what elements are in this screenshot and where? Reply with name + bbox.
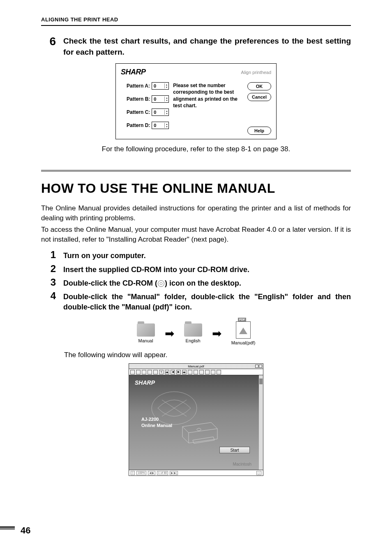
folder-label-manual: Manual [138,338,153,343]
status-box: 100% [136,471,146,475]
status-box: 1 of 80 [157,471,168,475]
pattern-d-value: 0 [154,123,156,128]
following-window-text: The following window will appear. [64,351,351,359]
reference-text: For the following procedure, refer to th… [41,145,351,153]
toolbar-icon[interactable]: ◀ [171,370,175,374]
step-number: 4 [41,291,63,301]
stepper-icon[interactable]: ▲▼ [164,83,168,88]
pattern-b-value: 0 [154,97,156,102]
pattern-a-input[interactable]: 0 ▲▼ [152,82,169,90]
toolbar-icon[interactable] [142,370,146,374]
toolbar-icon[interactable] [217,370,221,374]
section-header: ALIGNING THE PRINT HEAD [41,16,351,26]
pattern-d-input[interactable]: 0 ▲▼ [152,122,169,129]
step-6-row: 6 Check the test chart results, and chan… [41,36,351,58]
pattern-c-input[interactable]: 0 ▲▼ [152,108,169,116]
pdf-titlebar: Manual.pdf [129,364,263,369]
folder-label-english: English [186,338,201,343]
help-button[interactable]: Help [247,127,271,135]
toolbar-icon[interactable] [205,370,210,374]
step-text: Turn on your computer. [63,250,351,261]
stepper-icon[interactable]: ▲▼ [164,110,168,115]
start-button[interactable]: Start [219,447,250,453]
pattern-c-label: Pattern C: [127,109,150,115]
pattern-a-value: 0 [154,83,156,88]
step-number: 6 [41,36,63,58]
arrow-right-icon: ➡ [212,327,221,340]
window-controls[interactable] [255,365,262,368]
svg-point-1 [197,428,201,431]
pattern-d-label: Pattern D: [127,122,150,128]
pdf-model-text: AJ-2200 Online Manual [141,416,172,428]
toolbar-icon[interactable]: ⏮ [165,370,169,374]
stepper-icon[interactable]: ▲▼ [164,97,168,102]
body-paragraph-2: To access the Online Manual, your comput… [41,225,351,245]
status-box[interactable]: ▶ ▶| [170,471,178,475]
section-title: HOW TO USE THE ONLINE MANUAL [41,181,351,196]
pattern-b-label: Pattern B: [127,96,150,102]
pdf-reader-window: Manual.pdf T ⏮ ◀ ▶ ⏭ [129,363,263,476]
pdf-sharp-logo: SHARP [135,379,155,386]
scrollbar-thumb[interactable] [259,379,263,384]
step-3-row: 3 Double-click the CD-ROM () icon on the… [41,277,351,289]
status-spacer [180,471,255,475]
page-number: 46 [21,525,30,536]
pdf-content-area: SHARP AJ-2200 Online Manual Start Macint… [129,375,263,470]
body-paragraph-1: The Online Manual provides detailed inst… [41,203,351,223]
toolbar-icon[interactable] [194,370,198,374]
toolbar-icon[interactable] [188,370,192,374]
toolbar-icon[interactable]: T [159,370,164,374]
step-number: 2 [41,264,63,274]
pdf-statusbar: ▯ 100% ◀ ▶ 1 of 80 ▶ ▶| ◻ [129,470,263,476]
step-number: 3 [41,277,63,287]
step-2-row: 2 Insert the supplied CD-ROM into your C… [41,264,351,275]
step-text: Check the test chart results, and change… [63,36,351,58]
toolbar-icon[interactable] [130,370,135,374]
macintosh-label: Macintosh [233,462,251,466]
step-text: Double-click the CD-ROM () icon on the d… [63,277,351,289]
pattern-c-value: 0 [154,110,156,115]
pdf-toolbar: T ⏮ ◀ ▶ ⏭ [129,369,263,375]
folder-label-manual-pdf: Manual(pdf) [231,340,256,345]
step-text: Double-click the "Manual" folder, double… [63,291,351,312]
step-4-row: 4 Double-click the "Manual" folder, doub… [41,291,351,312]
folder-icon [137,323,155,337]
toolbar-icon[interactable] [211,370,215,374]
stepper-icon[interactable]: ▲▼ [164,123,168,128]
step-text: Insert the supplied CD-ROM into your CD-… [63,264,351,275]
status-box[interactable]: ◀ ▶ [148,471,155,475]
folder-flow: Manual ➡ English ➡ Manual(pdf) [41,321,351,345]
cd-rom-icon [158,280,164,287]
dialog-title: Align printhead [241,70,271,75]
arrow-right-icon: ➡ [165,327,174,340]
toolbar-icon[interactable]: ▶ [176,370,181,374]
status-box[interactable]: ◻ [256,471,261,475]
step-number: 1 [41,250,63,260]
cancel-button[interactable]: Cancel [247,93,271,101]
toolbar-icon[interactable] [153,370,158,374]
step-1-row: 1 Turn on your computer. [41,250,351,261]
page-edge-marker [0,526,15,528]
dialog-instruction: Please set the number corresponding to t… [171,82,242,135]
align-printhead-dialog: SHARP Align printhead Pattern A: 0 ▲▼ Pa… [115,63,277,139]
status-box[interactable]: ▯ [131,471,135,475]
sharp-logo: SHARP [121,68,146,76]
ok-button[interactable]: OK [247,82,271,90]
pdf-file-icon [236,321,251,339]
toolbar-icon[interactable] [199,370,204,374]
toolbar-icon[interactable] [148,370,152,374]
pattern-a-label: Pattern A: [127,83,150,89]
divider [41,170,351,172]
toolbar-icon[interactable] [136,370,141,374]
toolbar-icon[interactable]: ⏭ [182,370,187,374]
pattern-b-input[interactable]: 0 ▲▼ [152,95,169,103]
folder-icon [184,323,202,337]
